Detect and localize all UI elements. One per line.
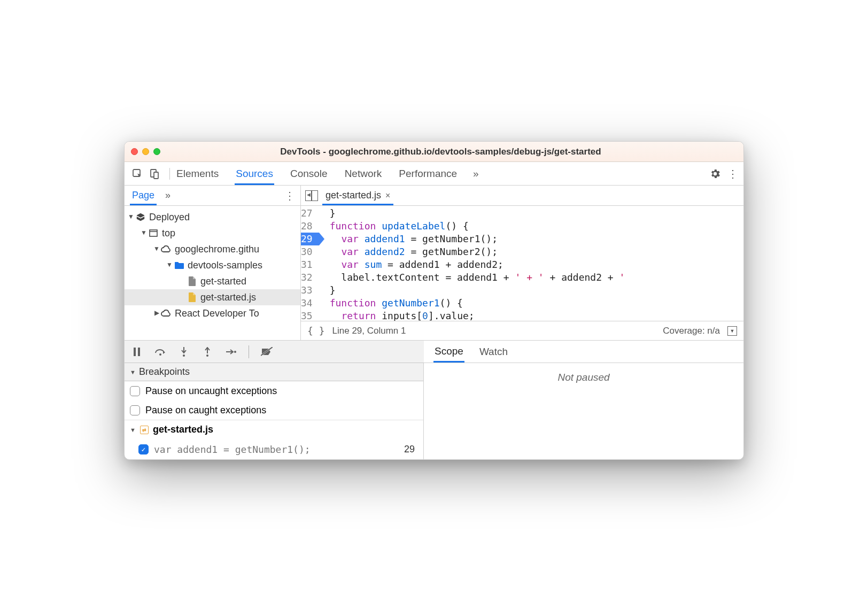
step-out-icon[interactable]	[201, 346, 213, 358]
sidebar-more-icon[interactable]: ⋮	[284, 189, 295, 202]
section-title: Breakpoints	[139, 366, 190, 377]
status-dropdown-icon[interactable]: ▼	[727, 326, 737, 336]
tree-label: React Developer To	[175, 308, 259, 319]
svg-rect-3	[150, 230, 157, 236]
editor-status-bar: { } Line 29, Column 1 Coverage: n/a ▼	[301, 321, 743, 340]
toggle-navigator-icon[interactable]	[305, 190, 318, 201]
tree-node-folder[interactable]: devtools-samples	[125, 257, 300, 273]
breakpoints-panel: ▼ Breakpoints Pause on uncaught exceptio…	[125, 363, 424, 459]
tab-performance[interactable]: Performance	[398, 163, 458, 185]
js-badge-icon: ⇄	[140, 426, 149, 434]
divider	[169, 168, 170, 180]
devtools-window: DevTools - googlechrome.github.io/devtoo…	[124, 141, 744, 460]
tree-label: googlechrome.githu	[175, 244, 259, 255]
close-tab-icon[interactable]: ×	[385, 191, 390, 201]
svg-rect-5	[134, 348, 136, 356]
checkbox-icon[interactable]	[130, 386, 140, 396]
tree-node-top[interactable]: top	[125, 225, 300, 241]
tabs-overflow-icon[interactable]: »	[473, 168, 479, 180]
breakpoint-file-label: get-started.js	[153, 424, 213, 435]
pause-uncaught-row[interactable]: Pause on uncaught exceptions	[125, 381, 423, 400]
checkbox-checked-icon[interactable]: ✓	[138, 444, 149, 454]
code-editor[interactable]: 272829303132333435 }function updateLabel…	[301, 206, 743, 321]
tree-label: top	[162, 228, 175, 239]
more-icon[interactable]: ⋮	[727, 172, 738, 175]
checkbox-icon[interactable]	[130, 405, 140, 415]
cloud-icon	[161, 308, 172, 319]
panel-tabs: Elements Sources Console Network Perform…	[175, 163, 709, 185]
sidebar-tabs-overflow-icon[interactable]: »	[165, 190, 170, 201]
tree-label: get-started	[200, 276, 246, 287]
maximize-icon[interactable]	[153, 148, 160, 155]
checkbox-label: Pause on uncaught exceptions	[145, 386, 277, 397]
tab-console[interactable]: Console	[289, 163, 329, 185]
tree-node-domain[interactable]: googlechrome.githu	[125, 241, 300, 257]
breakpoint-code: var addend1 = getNumber1();	[154, 444, 311, 455]
svg-point-8	[183, 355, 185, 357]
inspect-icon[interactable]	[130, 166, 145, 181]
cloud-icon	[161, 244, 172, 255]
frame-icon	[148, 228, 159, 238]
window-title: DevTools - googlechrome.github.io/devtoo…	[171, 147, 710, 157]
debugger-toolbar	[125, 341, 424, 363]
tree-label: get-started.js	[200, 292, 256, 303]
folder-icon	[174, 260, 184, 271]
deactivate-breakpoints-icon[interactable]	[261, 346, 273, 358]
navigator-sidebar: Page » ⋮ Deployed top	[125, 186, 301, 340]
settings-icon[interactable]	[709, 168, 721, 180]
tree-node-deployed[interactable]: Deployed	[125, 209, 300, 225]
tree-node-file-js[interactable]: get-started.js	[125, 289, 300, 305]
breakpoint-line-number: 29	[404, 444, 418, 455]
titlebar: DevTools - googlechrome.github.io/devtoo…	[125, 142, 743, 162]
pause-caught-row[interactable]: Pause on caught exceptions	[125, 400, 423, 420]
svg-point-7	[159, 353, 161, 356]
cursor-position: Line 29, Column 1	[332, 326, 406, 336]
tab-network[interactable]: Network	[344, 163, 383, 185]
file-tree: Deployed top googlechrome.githu devtools…	[125, 206, 300, 325]
document-icon	[187, 276, 197, 287]
editor-file-tab[interactable]: get-started.js ×	[322, 186, 393, 205]
breakpoint-file-header[interactable]: ▼ ⇄ get-started.js	[125, 420, 423, 439]
svg-rect-6	[138, 348, 140, 356]
divider	[249, 345, 249, 358]
tab-elements[interactable]: Elements	[175, 163, 220, 185]
svg-rect-2	[154, 172, 158, 179]
tab-sources[interactable]: Sources	[235, 163, 274, 185]
pause-icon[interactable]	[131, 346, 143, 358]
main-toolbar: Elements Sources Console Network Perform…	[125, 162, 743, 186]
checkbox-label: Pause on caught exceptions	[145, 405, 266, 416]
step-over-icon[interactable]	[154, 346, 166, 358]
scope-panel: Not paused	[424, 363, 743, 459]
device-toggle-icon[interactable]	[147, 166, 162, 181]
tab-watch[interactable]: Watch	[479, 346, 508, 358]
scope-watch-tabs: Scope Watch	[424, 341, 743, 363]
pretty-print-icon[interactable]: { }	[307, 325, 325, 336]
deployed-icon	[135, 212, 146, 222]
tree-label: Deployed	[149, 212, 190, 223]
coverage-label: Coverage: n/a	[663, 326, 720, 336]
tree-node-react[interactable]: React Developer To	[125, 305, 300, 321]
step-into-icon[interactable]	[178, 346, 190, 358]
tree-label: devtools-samples	[188, 260, 262, 271]
line-gutter[interactable]: 272829303132333435	[301, 206, 320, 321]
script-icon	[187, 292, 197, 303]
not-paused-message: Not paused	[424, 363, 743, 392]
svg-point-10	[234, 351, 236, 353]
tree-node-file-html[interactable]: get-started	[125, 273, 300, 289]
sidebar-tab-page[interactable]: Page	[130, 186, 157, 205]
svg-point-9	[206, 355, 208, 357]
breakpoints-header[interactable]: ▼ Breakpoints	[125, 363, 423, 381]
minimize-icon[interactable]	[142, 148, 149, 155]
code-content[interactable]: }function updateLabel() { var addend1 = …	[320, 206, 631, 321]
close-icon[interactable]	[131, 148, 138, 155]
window-controls	[131, 148, 160, 155]
step-icon[interactable]	[225, 346, 237, 358]
tab-scope[interactable]: Scope	[433, 341, 464, 363]
file-tab-label: get-started.js	[326, 190, 381, 201]
breakpoint-entry[interactable]: ✓ var addend1 = getNumber1(); 29	[125, 439, 423, 459]
editor-pane: get-started.js × 272829303132333435 }fun…	[301, 186, 743, 340]
